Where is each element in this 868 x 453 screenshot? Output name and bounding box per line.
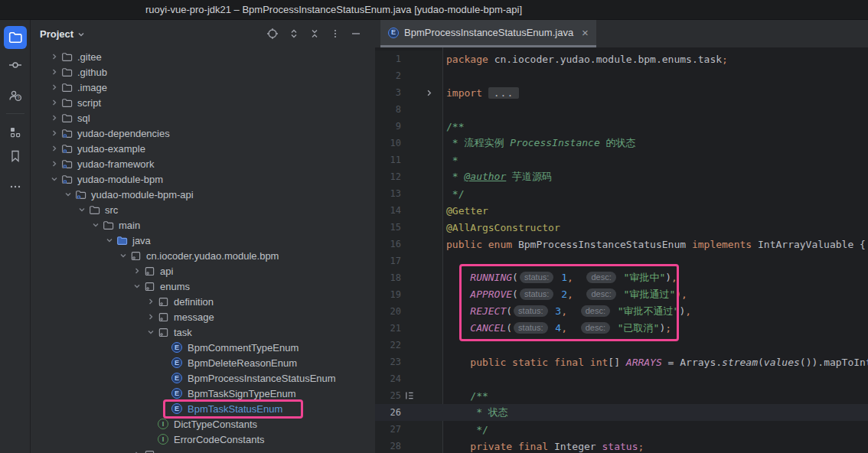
tree-item-yudao-framework[interactable]: yudao-framework bbox=[31, 156, 375, 171]
tree-item-BpmTaskSignTypeEnum[interactable]: EBpmTaskSignTypeEnum bbox=[31, 386, 375, 401]
tree-item-cn.iocoder.yudao.module.bpm[interactable]: cn.iocoder.yudao.module.bpm bbox=[31, 248, 375, 263]
code-line-8[interactable]: 8 bbox=[375, 101, 868, 118]
gutter[interactable]: 11 bbox=[375, 152, 442, 168]
chevron-right-icon[interactable] bbox=[47, 83, 61, 92]
commit-tool-button[interactable] bbox=[4, 54, 27, 77]
code-line-12[interactable]: 12 * @author 芋道源码 bbox=[375, 168, 868, 185]
chevron-down-icon[interactable] bbox=[89, 220, 103, 230]
chevron-down-icon[interactable] bbox=[61, 190, 75, 199]
gutter[interactable]: 24 bbox=[375, 370, 442, 387]
tree-item-script[interactable]: script bbox=[31, 95, 375, 110]
gutter[interactable]: 10 bbox=[375, 135, 442, 152]
code-line-23[interactable]: 23 public static final int[] ARRAYS = Ar… bbox=[375, 354, 868, 370]
chevron-right-icon[interactable] bbox=[130, 450, 144, 453]
code-line-10[interactable]: 10 * 流程实例 ProcessInstance 的状态 bbox=[375, 135, 868, 152]
tree-item-BpmTaskStatusEnum[interactable]: EBpmTaskStatusEnum bbox=[31, 401, 375, 416]
collapse-all-icon[interactable] bbox=[309, 28, 320, 39]
code-line-11[interactable]: 11 * bbox=[375, 152, 868, 168]
line-number[interactable]: 24 bbox=[375, 373, 401, 384]
tree-item-java[interactable]: java bbox=[31, 233, 375, 248]
tree-item-yudao-module-bpm-api[interactable]: yudao-module-bpm-api bbox=[31, 187, 375, 202]
line-number[interactable]: 16 bbox=[375, 239, 401, 249]
line-number[interactable]: 18 bbox=[375, 272, 401, 283]
line-number[interactable]: 10 bbox=[375, 138, 401, 148]
line-number[interactable]: 20 bbox=[375, 306, 401, 317]
more-icon[interactable] bbox=[330, 28, 341, 39]
line-number[interactable]: 14 bbox=[375, 205, 401, 216]
tree-item-sql[interactable]: sql bbox=[31, 110, 375, 125]
tree-item-partial[interactable] bbox=[31, 447, 375, 453]
gutter[interactable]: 3 bbox=[375, 84, 442, 101]
close-icon[interactable]: × bbox=[579, 27, 589, 38]
tree-item-BpmCommentTypeEnum[interactable]: EBpmCommentTypeEnum bbox=[31, 340, 375, 355]
gutter[interactable]: 14 bbox=[375, 202, 442, 219]
gutter[interactable]: 17 bbox=[375, 253, 442, 269]
line-number[interactable]: 13 bbox=[375, 188, 401, 199]
gutter[interactable]: 9 bbox=[375, 118, 442, 135]
gutter[interactable]: 1 bbox=[375, 51, 442, 67]
line-number[interactable]: 8 bbox=[375, 104, 401, 115]
chevron-right-icon[interactable] bbox=[130, 266, 144, 275]
gutter[interactable]: 22 bbox=[375, 337, 442, 354]
code-line-27[interactable]: 27 */ bbox=[375, 421, 868, 438]
gutter[interactable]: 2 bbox=[375, 67, 442, 84]
line-number[interactable]: 26 bbox=[375, 407, 401, 418]
tree-item-ErrorCodeConstants[interactable]: IErrorCodeConstants bbox=[31, 432, 375, 447]
tree-item-yudao-example[interactable]: yudao-example bbox=[31, 141, 375, 156]
line-number[interactable]: 2 bbox=[375, 70, 401, 81]
chevron-down-icon[interactable] bbox=[77, 31, 85, 38]
code-line-21[interactable]: 21 CANCEL(status: 4, desc: "已取消"); bbox=[375, 320, 868, 337]
line-number[interactable]: 22 bbox=[375, 340, 401, 350]
gutter[interactable]: 8 bbox=[375, 101, 442, 118]
gutter[interactable]: 19 bbox=[375, 286, 442, 303]
chevron-down-icon[interactable] bbox=[116, 251, 130, 260]
code-line-3[interactable]: 3import ... bbox=[375, 84, 868, 101]
gutter[interactable]: 27 bbox=[375, 421, 442, 438]
hide-icon[interactable] bbox=[351, 28, 361, 39]
code-line-26[interactable]: 26 * 状态 bbox=[375, 404, 868, 421]
chevron-right-icon[interactable] bbox=[47, 159, 61, 168]
line-number[interactable]: 21 bbox=[375, 323, 401, 334]
code-line-25[interactable]: 25 /** bbox=[375, 387, 868, 404]
tree-item-yudao-dependencies[interactable]: yudao-dependencies bbox=[31, 125, 375, 141]
line-number[interactable]: 17 bbox=[375, 256, 401, 266]
chevron-right-icon[interactable] bbox=[144, 312, 158, 321]
code-line-2[interactable]: 2 bbox=[375, 67, 868, 84]
line-number[interactable]: 27 bbox=[375, 424, 401, 435]
tree-item-task[interactable]: task bbox=[31, 324, 375, 340]
chevron-down-icon[interactable] bbox=[47, 174, 61, 184]
chevron-right-icon[interactable] bbox=[47, 113, 61, 122]
tree-item-.image[interactable]: .image bbox=[31, 80, 375, 95]
expand-all-icon[interactable] bbox=[289, 28, 299, 39]
tree-item-message[interactable]: message bbox=[31, 309, 375, 324]
gutter[interactable]: 26 bbox=[375, 404, 442, 421]
chevron-down-icon[interactable] bbox=[144, 328, 158, 337]
folded-imports-chip[interactable]: ... bbox=[488, 87, 519, 99]
project-panel-title[interactable]: Project bbox=[40, 28, 73, 40]
javadoc-gutter-icon[interactable] bbox=[401, 391, 418, 400]
code-line-22[interactable]: 22 bbox=[375, 337, 868, 354]
code-line-1[interactable]: 1package cn.iocoder.yudao.module.bpm.enu… bbox=[375, 51, 868, 67]
line-number[interactable]: 28 bbox=[375, 441, 401, 451]
code-line-17[interactable]: 17 bbox=[375, 253, 868, 269]
gutter[interactable]: 18 bbox=[375, 269, 442, 286]
line-number[interactable]: 15 bbox=[375, 222, 401, 233]
line-number[interactable]: 25 bbox=[375, 390, 401, 401]
pull-requests-tool-button[interactable]: ? bbox=[4, 84, 27, 107]
gutter[interactable]: 13 bbox=[375, 185, 442, 202]
code-line-16[interactable]: 16public enum BpmProcessInstanceStatusEn… bbox=[375, 236, 868, 253]
bookmarks-tool-button[interactable] bbox=[4, 145, 27, 168]
locate-icon[interactable] bbox=[266, 28, 279, 40]
line-number[interactable]: 23 bbox=[375, 357, 401, 367]
tree-item-api[interactable]: api bbox=[31, 263, 375, 279]
more-tool-windows-button[interactable] bbox=[4, 175, 27, 198]
code-line-9[interactable]: 9/** bbox=[375, 118, 868, 135]
fold-arrow-icon[interactable] bbox=[418, 89, 438, 97]
tree-item-BpmProcessInstanceStatusEnum[interactable]: EBpmProcessInstanceStatusEnum bbox=[31, 370, 375, 386]
code-line-19[interactable]: 19 APPROVE(status: 2, desc: "审批通过"), bbox=[375, 286, 868, 303]
line-number[interactable]: 12 bbox=[375, 171, 401, 182]
gutter[interactable]: 25 bbox=[375, 387, 442, 404]
chevron-right-icon[interactable] bbox=[47, 129, 61, 138]
project-tool-button[interactable] bbox=[4, 26, 27, 49]
chevron-down-icon[interactable] bbox=[130, 282, 144, 291]
